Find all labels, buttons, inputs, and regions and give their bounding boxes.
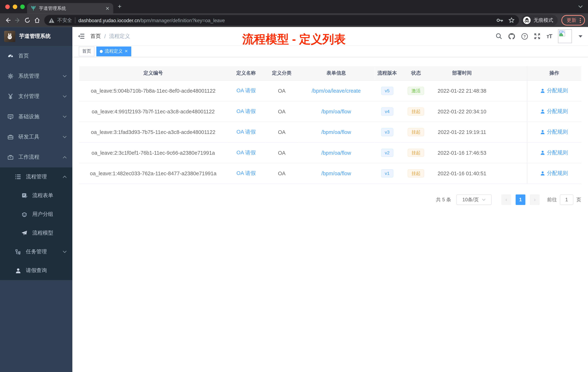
security-label[interactable]: 不安全 [57,17,72,24]
sidebar-item-label: 流程表单 [32,192,53,199]
chevron-down-icon [63,75,67,77]
chevron-down-icon [63,251,67,253]
incognito-icon [523,17,531,24]
sidebar-item-devtools[interactable]: 研发工具 [0,127,72,147]
sidebar-item-system[interactable]: 系统管理 [0,66,72,86]
col-definition-id: 定义编号 [79,66,227,80]
dashboard-icon [8,53,13,59]
back-button[interactable] [3,15,13,25]
sidebar-collapse-icon[interactable] [78,33,84,39]
sidebar-item-task-mgmt[interactable]: 任务管理 [0,242,72,261]
next-page-button[interactable]: › [530,194,540,205]
sidebar-item-process-model[interactable]: 流程模型 [0,224,72,242]
pagination: 共 5 条 10条/页 ‹ 1 › 前往 页 [79,194,581,205]
group-icon [21,211,27,217]
menu-kebab-icon[interactable] [580,18,581,23]
form-link[interactable]: /bpm/oa/leave/create [312,88,361,94]
goto-label: 前往 [547,196,557,203]
sidebar-item-payment[interactable]: 支付管理 [0,86,72,107]
gear-icon [8,73,13,79]
deploy-time: 2022-01-22 19:19:11 [432,121,492,142]
sidebar-item-label: 流程模型 [32,230,53,236]
assign-rule-button[interactable]: 分配规则 [541,129,568,135]
form-link[interactable]: /bpm/oa/flow [321,170,351,176]
tab-search-chevron-icon[interactable] [578,5,583,8]
url-text[interactable]: dashboard.yudao.iocoder.cn/bpm/manager/d… [78,17,494,23]
avatar-dropdown-caret-icon[interactable] [578,35,582,37]
browser-tab[interactable]: 芋道管理系统 ✕ [27,3,113,14]
definition-name-link[interactable]: OA 请假 [236,149,256,155]
prev-page-button[interactable]: ‹ [502,194,511,205]
chevron-down-icon [482,198,486,201]
version-badge: v4 [381,107,393,115]
form-link[interactable]: /bpm/oa/flow [321,129,351,135]
key-icon[interactable] [496,18,503,22]
update-label: 更新 [567,17,576,24]
page-number-button[interactable]: 1 [516,194,525,205]
definition-name-link[interactable]: OA 请假 [236,108,256,114]
close-window-button[interactable] [5,5,10,9]
col-process-version: 流程版本 [374,66,400,80]
forward-button[interactable] [13,15,22,25]
sidebar-item-infra[interactable]: 基础设施 [0,107,72,127]
definition-category: OA [265,121,299,142]
avatar[interactable] [558,29,572,43]
active-dot-icon [100,50,103,53]
breadcrumb-separator: / [104,33,106,39]
form-link[interactable]: /bpm/oa/flow [321,150,351,156]
tag-close-icon[interactable]: ✕ [125,49,128,53]
fullscreen-icon[interactable] [534,33,541,40]
sidebar-item-leave-query[interactable]: 请假查询 [0,261,72,280]
goto-page-input[interactable] [560,194,573,205]
page-size-select[interactable]: 10条/页 [456,194,492,205]
reload-button[interactable] [22,15,32,25]
tag-process-definition[interactable]: 流程定义 ✕ [96,46,131,56]
table-row: oa_leave:4:991f2193-7b7f-11ec-a3c8-acde4… [79,101,581,121]
assign-rule-button[interactable]: 分配规则 [541,108,568,115]
new-tab-button[interactable]: + [118,4,121,10]
tab-close-icon[interactable]: ✕ [105,5,109,11]
tag-home[interactable]: 首页 [79,46,94,56]
definition-category: OA [265,101,299,121]
definition-name-link[interactable]: OA 请假 [236,170,256,176]
window-controls [5,5,25,9]
sidebar-item-home[interactable]: 首页 [0,46,72,66]
yen-icon [8,94,13,99]
definition-name-link[interactable]: OA 请假 [236,129,256,134]
sidebar-item-workflow[interactable]: 工作流程 [0,147,72,167]
deploy-time: 2022-01-16 17:46:53 [432,142,492,163]
home-button[interactable] [32,15,42,25]
favicon-plant-icon [31,6,36,11]
sidebar-item-process-form[interactable]: 流程表单 [0,186,72,205]
assign-rule-button[interactable]: 分配规则 [541,149,568,156]
sidebar-item-label: 工作流程 [18,154,40,161]
sidebar-item-user-group[interactable]: 用户分组 [0,205,72,224]
github-icon[interactable] [508,33,515,40]
table-row: oa_leave:3:1fad3d93-7b75-11ec-a3c8-acde4… [79,121,581,142]
sidebar-item-process-mgmt[interactable]: 流程管理 [0,167,72,186]
tab-strip: 芋道管理系统 ✕ + [0,0,588,13]
address-bar[interactable]: 不安全 dashboard.yudao.iocoder.cn/bpm/manag… [44,15,519,26]
definition-name-link[interactable]: OA 请假 [236,87,256,93]
chevron-up-icon [63,175,67,178]
minimize-window-button[interactable] [13,5,17,9]
status-badge: 挂起 [408,149,424,157]
update-button[interactable]: 更新 [561,15,585,26]
maximize-window-button[interactable] [20,5,25,9]
breadcrumb-home-link[interactable]: 首页 [90,33,101,40]
sidebar-logo[interactable]: 芋道管理系统 [0,27,72,46]
tags-view: 首页 流程定义 ✕ [72,46,588,57]
status-badge: 挂起 [408,107,424,115]
col-definition-name: 定义名称 [227,66,265,80]
search-icon[interactable] [496,33,502,40]
bookmark-star-icon[interactable] [509,17,514,23]
workflow-submenu: 流程管理 流程表单 用户分组 [0,167,72,280]
monitor-icon [8,114,13,120]
assign-rule-button[interactable]: 分配规则 [541,87,568,94]
security-warning-icon[interactable] [49,18,54,23]
form-link[interactable]: /bpm/oa/flow [321,108,351,114]
table-header-row: 定义编号 定义名称 定义分类 表单信息 流程版本 状态 部署时间 操作 [79,66,581,80]
help-icon[interactable]: ? [521,33,528,40]
assign-rule-button[interactable]: 分配规则 [541,170,568,176]
font-size-icon[interactable]: тT [546,33,552,40]
